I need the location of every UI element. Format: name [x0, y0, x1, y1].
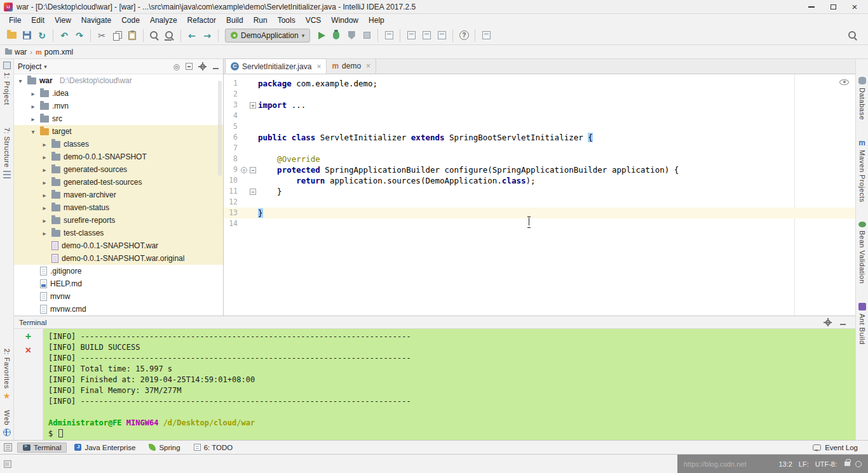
layout-icon[interactable]: [381, 28, 397, 43]
chevron-collapsed-icon[interactable]: ▸: [41, 230, 48, 237]
close-tab-icon[interactable]: ×: [316, 62, 321, 71]
chevron-down-icon[interactable]: ▾: [44, 63, 47, 70]
chevron-collapsed-icon[interactable]: ▸: [41, 192, 48, 199]
hide-icon[interactable]: [839, 319, 846, 326]
chevron-collapsed-icon[interactable]: ▸: [41, 141, 48, 148]
menu-item-file[interactable]: File: [4, 15, 26, 26]
tool-button-maven-projects[interactable]: mMaven Projects: [858, 139, 866, 203]
menu-item-code[interactable]: Code: [116, 15, 145, 26]
menu-item-build[interactable]: Build: [221, 15, 248, 26]
help-icon[interactable]: ?: [456, 28, 471, 43]
menu-item-refactor[interactable]: Refactor: [182, 15, 221, 26]
terminal-input-line[interactable]: $: [48, 429, 855, 439]
line-separator[interactable]: LF:: [799, 460, 809, 468]
copy-icon[interactable]: [109, 28, 125, 43]
inspections-eye-icon[interactable]: [839, 79, 849, 85]
chevron-expanded-icon[interactable]: ▾: [29, 128, 37, 135]
tree-item-generated-sources[interactable]: ▸generated-sources: [14, 163, 223, 176]
chevron-collapsed-icon[interactable]: ▸: [29, 103, 37, 110]
settings-gear-icon[interactable]: [824, 318, 832, 326]
run-configuration-select[interactable]: DemoApplication▾: [225, 29, 310, 43]
tree-item-generated-test-sources[interactable]: ▸generated-test-sources: [14, 176, 223, 189]
tree-item-src[interactable]: ▸src: [14, 112, 223, 125]
chevron-expanded-icon[interactable]: ▾: [17, 77, 24, 84]
search-everywhere-icon[interactable]: [845, 28, 860, 43]
tree-item-mvnw[interactable]: mvnw: [14, 290, 223, 303]
menu-item-view[interactable]: View: [50, 15, 76, 26]
tool-button-ant-build[interactable]: Ant Build: [858, 303, 866, 345]
tool-button-1-project[interactable]: 1: Project: [3, 62, 11, 105]
coverage-button[interactable]: [344, 28, 359, 43]
tool-button-7-structure[interactable]: 7: Structure: [3, 128, 11, 178]
terminal-output[interactable]: [INFO] ---------------------------------…: [43, 329, 855, 440]
menu-item-help[interactable]: Help: [363, 15, 390, 26]
run-button[interactable]: [313, 28, 329, 43]
tree-item-idea[interactable]: ▸.idea: [14, 87, 223, 100]
fold-collapse-icon[interactable]: −: [250, 189, 256, 195]
code-area[interactable]: 1package com.example.demo;23+import ...4…: [224, 74, 855, 316]
fold-expand-icon[interactable]: +: [250, 102, 256, 109]
breadcrumb-item-war[interactable]: war: [5, 48, 27, 57]
cut-icon[interactable]: ✂: [94, 28, 109, 43]
menu-item-run[interactable]: Run: [248, 15, 273, 26]
chevron-collapsed-icon[interactable]: ▸: [41, 179, 48, 186]
redo-icon[interactable]: ↷: [72, 28, 87, 43]
tree-item-classes[interactable]: ▸classes: [14, 138, 223, 150]
bottom-tab-6-todo[interactable]: 6: TODO: [188, 443, 239, 453]
find-icon[interactable]: [147, 28, 162, 43]
highlighting-level-icon[interactable]: [855, 461, 862, 467]
menu-item-navigate[interactable]: Navigate: [76, 15, 116, 26]
back-icon[interactable]: ←: [184, 28, 200, 43]
close-button[interactable]: ×: [844, 1, 865, 13]
debug-button[interactable]: [329, 28, 344, 43]
tree-item-surefire-reports[interactable]: ▸surefire-reports: [14, 214, 223, 227]
tree-item-maven-status[interactable]: ▸maven-status: [14, 201, 223, 214]
close-tab-icon[interactable]: ×: [366, 62, 370, 70]
event-log-button[interactable]: Event Log: [813, 444, 858, 451]
structure-view-icon[interactable]: [434, 28, 449, 43]
undo-icon[interactable]: ↶: [57, 28, 72, 43]
toolwindow-toggle-icon[interactable]: [4, 460, 11, 468]
dependencies-icon[interactable]: [419, 28, 434, 43]
replace-icon[interactable]: [162, 28, 177, 43]
toolwindow-quick-access-icon[interactable]: [4, 443, 12, 451]
bottom-tab-java-enterprise[interactable]: Java Enterprise: [69, 443, 141, 453]
open-icon[interactable]: [4, 28, 19, 43]
settings-gear-icon[interactable]: [198, 62, 207, 70]
maximize-button[interactable]: [822, 1, 844, 13]
tool-button-bean-validation[interactable]: Bean Validation: [858, 222, 866, 284]
menu-item-vcs[interactable]: VCS: [301, 15, 327, 26]
project-structure-icon[interactable]: [478, 28, 494, 43]
tree-item-demo-0-0-1-snapshot[interactable]: ▸demo-0.0.1-SNAPSHOT: [14, 150, 223, 163]
tree-item-war[interactable]: ▾warD:\Desktop\cloud\war: [14, 74, 223, 87]
tree-item-target[interactable]: ▾target: [14, 125, 223, 138]
paste-icon[interactable]: [125, 28, 140, 43]
tree-item-demo-0-0-1-snapshot-war[interactable]: demo-0.0.1-SNAPSHOT.war: [14, 239, 223, 252]
menu-item-edit[interactable]: Edit: [26, 15, 50, 26]
tree-item-maven-archiver[interactable]: ▸maven-archiver: [14, 189, 223, 201]
tree-item-test-classes[interactable]: ▸test-classes: [14, 227, 223, 239]
bottom-tab-spring[interactable]: Spring: [143, 443, 186, 453]
tool-button-2-favorites[interactable]: 2: Favorites★: [3, 349, 11, 400]
chevron-collapsed-icon[interactable]: ▸: [41, 217, 48, 224]
synchronize-icon[interactable]: ↻: [34, 28, 50, 43]
editor-tab-servletinitializer-java[interactable]: CServletInitializer.java×: [225, 58, 327, 74]
maven-reimport-icon[interactable]: [403, 28, 419, 43]
editor-tab-demo[interactable]: mdemo×: [327, 58, 376, 74]
hide-icon[interactable]: [212, 63, 219, 70]
tree-item-demo-0-0-1-snapshot-war-original[interactable]: demo-0.0.1-SNAPSHOT.war.original: [14, 252, 223, 265]
chevron-collapsed-icon[interactable]: ▸: [29, 116, 37, 123]
menu-item-analyze[interactable]: Analyze: [145, 15, 182, 26]
tree-item-mvnw-cmd[interactable]: mvnw.cmd: [14, 303, 223, 316]
chevron-collapsed-icon[interactable]: ▸: [41, 204, 48, 211]
menu-item-tools[interactable]: Tools: [273, 15, 301, 26]
file-encoding[interactable]: UTF-8:: [815, 460, 837, 468]
breadcrumb-item-pom-xml[interactable]: mpom.xml: [36, 48, 73, 57]
chevron-collapsed-icon[interactable]: ▸: [29, 90, 37, 97]
save-all-icon[interactable]: [19, 28, 34, 43]
chevron-collapsed-icon[interactable]: ▸: [41, 166, 48, 173]
fold-collapse-icon[interactable]: −: [250, 167, 256, 173]
project-panel-title[interactable]: Project: [18, 62, 41, 71]
menu-item-window[interactable]: Window: [326, 15, 363, 26]
new-session-icon[interactable]: +: [25, 331, 31, 342]
